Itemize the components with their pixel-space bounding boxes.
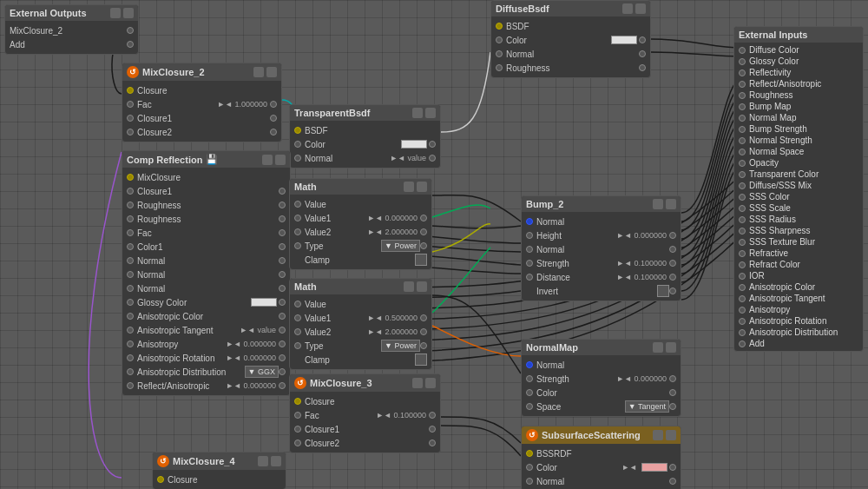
- socket-right[interactable]: [270, 115, 277, 122]
- socket[interactable]: [739, 58, 746, 65]
- socket[interactable]: [739, 261, 746, 268]
- socket-left[interactable]: [526, 403, 533, 410]
- checkbox[interactable]: [657, 285, 669, 297]
- socket-right[interactable]: [279, 299, 286, 306]
- dropdown[interactable]: ▼ Power: [381, 340, 420, 352]
- node-ctrl[interactable]: [622, 3, 633, 14]
- socket-left[interactable]: [157, 476, 164, 483]
- socket[interactable]: [739, 194, 746, 201]
- socket-right[interactable]: [669, 464, 676, 471]
- socket-right[interactable]: [127, 27, 134, 34]
- socket[interactable]: [739, 205, 746, 212]
- socket-right[interactable]: [669, 375, 676, 382]
- socket-right[interactable]: [420, 328, 427, 335]
- socket-right[interactable]: [279, 354, 286, 361]
- socket[interactable]: [739, 171, 746, 178]
- socket-right[interactable]: [127, 41, 134, 48]
- socket-left[interactable]: [526, 274, 533, 281]
- socket-left[interactable]: [127, 174, 134, 181]
- socket-left[interactable]: [294, 141, 301, 148]
- node-ctrl[interactable]: [262, 155, 273, 165]
- color-swatch[interactable]: [611, 36, 637, 44]
- socket-left[interactable]: [526, 450, 533, 457]
- socket-left[interactable]: [127, 101, 134, 108]
- socket-right[interactable]: [669, 478, 676, 485]
- socket-left[interactable]: [127, 313, 134, 320]
- node-ctrl[interactable]: [666, 430, 676, 440]
- socket-left[interactable]: [127, 382, 134, 389]
- color-swatch[interactable]: [251, 298, 277, 307]
- socket-right[interactable]: [420, 342, 427, 349]
- socket-right[interactable]: [420, 228, 427, 235]
- socket-right[interactable]: [669, 246, 676, 253]
- socket-left[interactable]: [294, 201, 301, 208]
- socket[interactable]: [739, 250, 746, 257]
- node-ctrl[interactable]: [653, 342, 663, 353]
- socket-right[interactable]: [669, 287, 676, 294]
- socket-left[interactable]: [127, 354, 134, 361]
- socket[interactable]: [739, 115, 746, 122]
- socket-right[interactable]: [639, 64, 646, 71]
- socket-left[interactable]: [127, 368, 134, 375]
- socket-left[interactable]: [294, 328, 301, 335]
- socket-right[interactable]: [429, 141, 436, 148]
- socket-right[interactable]: [429, 439, 436, 446]
- socket-right[interactable]: [270, 101, 277, 108]
- socket-right[interactable]: [279, 368, 286, 375]
- node-ctrl[interactable]: [266, 67, 277, 77]
- socket-left[interactable]: [294, 398, 301, 405]
- socket-left[interactable]: [496, 36, 503, 43]
- socket-left[interactable]: [294, 228, 301, 235]
- socket-left[interactable]: [127, 271, 134, 278]
- socket-left[interactable]: [127, 115, 134, 122]
- socket-left[interactable]: [294, 242, 301, 249]
- socket[interactable]: [739, 318, 746, 325]
- socket-right[interactable]: [279, 202, 286, 208]
- socket-right[interactable]: [669, 389, 676, 396]
- socket-right[interactable]: [420, 215, 427, 221]
- socket-right[interactable]: [669, 232, 676, 239]
- socket-right[interactable]: [429, 155, 436, 162]
- node-ctrl[interactable]: [417, 182, 427, 192]
- socket[interactable]: [739, 182, 746, 189]
- socket[interactable]: [739, 295, 746, 302]
- socket-left[interactable]: [526, 375, 533, 382]
- socket[interactable]: [739, 329, 746, 336]
- socket[interactable]: [739, 69, 746, 76]
- node-ctrl[interactable]: [425, 378, 436, 388]
- socket-right[interactable]: [669, 260, 676, 267]
- socket-left[interactable]: [127, 202, 134, 208]
- socket[interactable]: [739, 228, 746, 235]
- socket-right[interactable]: [279, 257, 286, 264]
- socket-right[interactable]: [279, 243, 286, 250]
- node-ctrl[interactable]: [666, 342, 676, 353]
- socket[interactable]: [739, 273, 746, 280]
- socket-left[interactable]: [526, 464, 533, 471]
- socket-left[interactable]: [526, 232, 533, 239]
- socket-left[interactable]: [526, 389, 533, 396]
- socket[interactable]: [739, 47, 746, 54]
- socket-left[interactable]: [294, 426, 301, 433]
- node-ctrl[interactable]: [404, 281, 414, 292]
- socket-right[interactable]: [279, 271, 286, 278]
- socket-left[interactable]: [127, 229, 134, 236]
- socket-left[interactable]: [127, 129, 134, 135]
- node-ctrl[interactable]: [666, 199, 676, 209]
- checkbox[interactable]: [415, 354, 427, 366]
- dropdown[interactable]: ▼ Tangent: [625, 400, 669, 413]
- socket-right[interactable]: [669, 403, 676, 410]
- socket[interactable]: [739, 340, 746, 347]
- socket-right[interactable]: [420, 242, 427, 249]
- socket[interactable]: [739, 137, 746, 144]
- socket-left[interactable]: [294, 301, 301, 307]
- socket-right[interactable]: [639, 36, 646, 43]
- socket-left[interactable]: [294, 412, 301, 419]
- socket-left[interactable]: [526, 260, 533, 267]
- node-ctrl-2[interactable]: [123, 8, 134, 18]
- socket-left[interactable]: [294, 155, 301, 162]
- socket-left[interactable]: [294, 215, 301, 221]
- socket[interactable]: [739, 126, 746, 133]
- socket-left[interactable]: [526, 478, 533, 485]
- socket-left[interactable]: [526, 246, 533, 253]
- socket-right[interactable]: [270, 129, 277, 135]
